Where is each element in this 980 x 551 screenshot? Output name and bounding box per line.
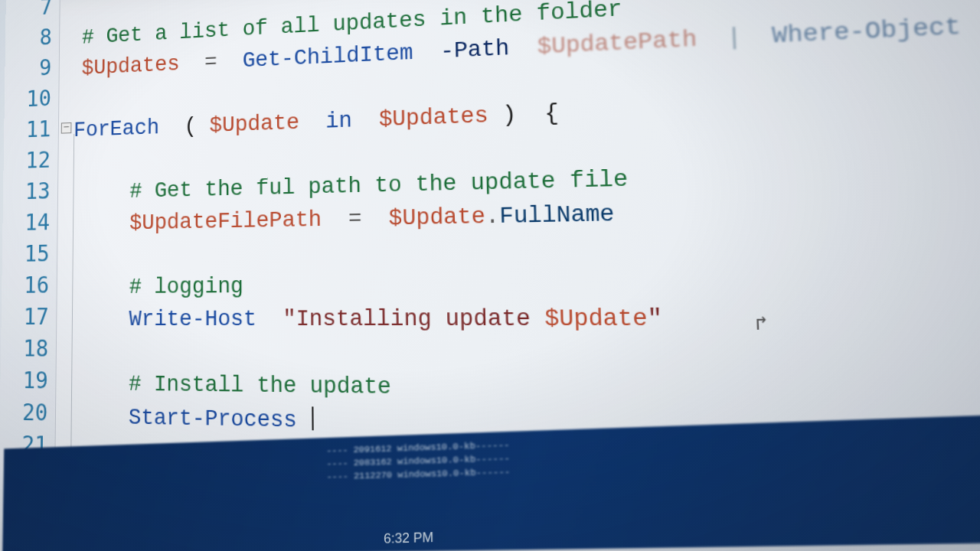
line-number: 8 bbox=[39, 24, 51, 51]
string-quote-token: " bbox=[647, 306, 663, 333]
variable-token: $UpdatePath bbox=[537, 27, 697, 60]
code-line: Start-Process bbox=[129, 401, 314, 439]
line-number: 16 bbox=[24, 272, 49, 298]
cmdlet-token: Start-Process bbox=[129, 406, 297, 433]
keyword-token: in bbox=[325, 109, 352, 134]
member-token: FullName bbox=[499, 201, 615, 229]
operator-token bbox=[192, 51, 204, 76]
code-line: ForEach ( $Update in $Updates ) { bbox=[74, 96, 560, 146]
variable-token: $Updates bbox=[379, 103, 489, 132]
line-number: 17 bbox=[24, 304, 49, 330]
line-number: 15 bbox=[24, 241, 50, 267]
code-line: # logging bbox=[129, 270, 243, 303]
operator-token: = bbox=[348, 207, 362, 232]
line-number: 12 bbox=[25, 147, 51, 173]
text-caret bbox=[312, 406, 313, 430]
comment-token: # logging bbox=[129, 274, 243, 299]
line-number: 13 bbox=[25, 178, 51, 204]
variable-token: $Update bbox=[389, 204, 486, 231]
pipe-token: | bbox=[727, 24, 743, 51]
cmdlet-token: Where-Object bbox=[772, 14, 962, 49]
string-token: Installing update bbox=[296, 306, 545, 332]
variable-token: $Update bbox=[210, 111, 300, 139]
line-number: 14 bbox=[24, 210, 50, 236]
dot-token: . bbox=[485, 204, 500, 230]
line-number: 7 bbox=[40, 0, 52, 20]
line-number: 11 bbox=[26, 116, 51, 142]
line-number: 10 bbox=[26, 86, 51, 112]
code-line: # Install the update bbox=[129, 368, 391, 404]
screenshot-scene: 7 8 9 10 11 12 13 14 15 16 17 18 19 20 2… bbox=[0, 0, 980, 551]
line-number: 19 bbox=[23, 367, 48, 394]
paren-token: ) bbox=[502, 103, 517, 128]
line-number-gutter: 7 8 9 10 11 12 13 14 15 16 17 18 19 20 2… bbox=[0, 0, 60, 491]
string-quote-token: " bbox=[283, 307, 296, 332]
indent-guide bbox=[70, 134, 74, 468]
cmdlet-token: Write-Host bbox=[129, 307, 256, 331]
taskbar-clock: 6:32 PM bbox=[384, 530, 433, 547]
operator-token: = bbox=[204, 51, 217, 75]
comment-token: # Install the update bbox=[129, 372, 391, 399]
brace-token: { bbox=[544, 101, 560, 127]
variable-token: $UpdateFilePath bbox=[129, 207, 322, 235]
paren-token: ( bbox=[185, 115, 197, 139]
line-number: 18 bbox=[23, 335, 48, 361]
keyword-token: ForEach bbox=[74, 116, 159, 143]
string-variable-token: $Update bbox=[544, 306, 648, 333]
line-number: 20 bbox=[22, 399, 47, 426]
parameter-token: -Path bbox=[440, 36, 510, 64]
line-number: 9 bbox=[39, 55, 51, 81]
cmdlet-token: Get-ChildItem bbox=[243, 41, 413, 73]
fold-toggle-icon[interactable]: − bbox=[61, 122, 72, 134]
variable-token: $Updates bbox=[82, 53, 180, 80]
code-line: Write-Host "Installing update $Update" bbox=[129, 302, 663, 337]
mouse-cursor-icon: ↰ bbox=[754, 311, 768, 336]
